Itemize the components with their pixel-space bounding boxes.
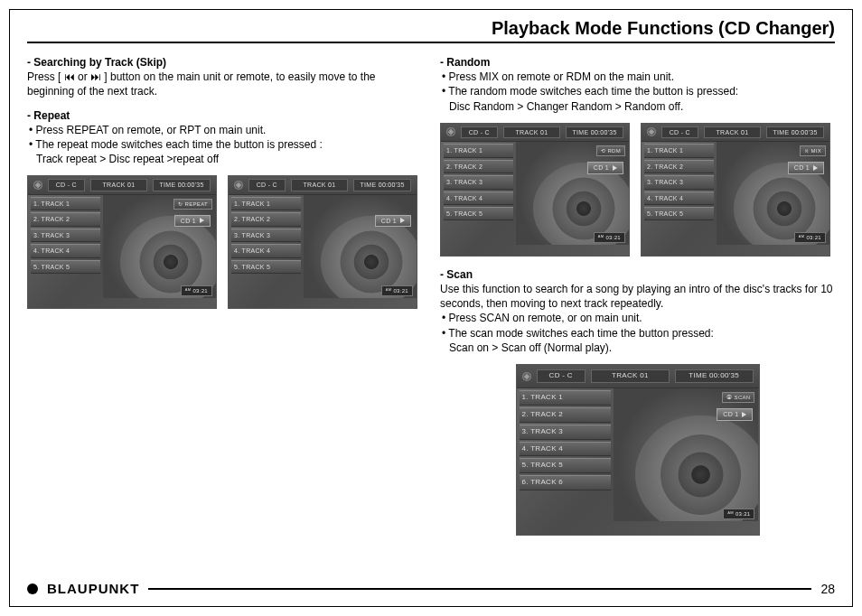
track-row: 5. TRACK 5	[520, 458, 611, 473]
random-screenshots: CD - C TRACK 01 TIME 00:00'35 1. TRACK 1…	[440, 123, 835, 257]
track-list: 1. TRACK 1 2. TRACK 2 3. TRACK 3 4. TRAC…	[441, 142, 516, 245]
track-row: 3. TRACK 3	[31, 229, 100, 242]
play-icon	[742, 412, 746, 417]
track-panel: TRACK 01	[90, 179, 148, 191]
track-row: 2. TRACK 2	[644, 160, 714, 173]
track-row: 5. TRACK 5	[231, 260, 301, 274]
scan-bullets: Press SCAN on remote, or on main unit. T…	[442, 311, 835, 340]
play-icon	[613, 165, 617, 171]
track-row: 4. TRACK 4	[644, 191, 714, 205]
repeat-b1: Press REPEAT on remote, or RPT on main u…	[29, 123, 422, 137]
album-art: CD 1 AM03:21	[304, 195, 417, 298]
album-art: ⤭ MIX CD 1 AM03:21	[717, 142, 829, 245]
left-column: - Searching by Track (Skip) Press [ ⏮ or…	[27, 50, 422, 536]
track-row: 1. TRACK 1	[231, 197, 301, 210]
play-icon	[813, 165, 818, 171]
track-row: 6. TRACK 6	[520, 475, 611, 490]
random-b1: Press MIX on remote or RDM on the main u…	[442, 70, 835, 84]
track-row: 5. TRACK 5	[31, 260, 100, 274]
cd-badge: CD 1	[587, 162, 623, 173]
track-row: 2. TRACK 2	[520, 407, 611, 423]
scan-intro: Use this function to search for a song b…	[440, 282, 835, 311]
random-heading: - Random	[440, 55, 835, 70]
skip-heading: - Searching by Track (Skip)	[27, 55, 422, 70]
track-row: 3. TRACK 3	[444, 175, 513, 189]
screenshot-repeat-2: CD - C TRACK 01 TIME 00:00'35 1. TRACK 1…	[228, 175, 417, 309]
repeat-heading: - Repeat	[27, 108, 422, 123]
disc-icon	[234, 181, 243, 190]
track-row: 2. TRACK 2	[444, 160, 513, 173]
track-row: 2. TRACK 2	[31, 212, 100, 226]
page-number: 28	[820, 582, 835, 596]
repeat-sequence: Track repeat > Disc repeat >repeat off	[36, 152, 422, 166]
screenshot-random-1: CD - C TRACK 01 TIME 00:00'35 1. TRACK 1…	[440, 123, 630, 257]
clock: AM03:21	[181, 285, 212, 296]
disc-icon	[522, 372, 531, 381]
scan-sequence: Scan on > Scan off (Normal play).	[449, 341, 835, 355]
scan-heading: - Scan	[440, 267, 835, 282]
track-row: 3. TRACK 3	[644, 175, 714, 189]
mix-badge: ⤭ MIX	[800, 145, 826, 156]
track-list: 1. TRACK 1 2. TRACK 2 3. TRACK 3 4. TRAC…	[642, 142, 717, 245]
disc-icon	[647, 127, 656, 136]
scan-badge: ⦿ SCAN	[722, 392, 754, 403]
cd-badge: CD 1	[174, 215, 211, 227]
brand-name: BLAUPUNKT	[47, 581, 139, 596]
clock: AM03:21	[723, 509, 754, 519]
right-column: - Random Press MIX on remote or RDM on t…	[440, 50, 835, 536]
random-b2: The random mode switches each time the b…	[442, 84, 835, 98]
track-row: 3. TRACK 3	[231, 229, 301, 242]
repeat-badge: ↻ REPEAT	[173, 199, 212, 210]
cd-badge: CD 1	[788, 162, 824, 173]
source-panel: CD - C	[248, 179, 286, 191]
repeat-b2: The repeat mode switches each time the b…	[29, 137, 422, 152]
time-panel: TIME 00:00'35	[353, 179, 411, 191]
track-list: 1. TRACK 1 2. TRACK 2 3. TRACK 3 4. TRAC…	[28, 195, 103, 298]
track-panel: TRACK 01	[291, 179, 349, 191]
track-list: 1. TRACK 1 2. TRACK 2 3. TRACK 3 4. TRAC…	[517, 388, 614, 521]
track-row: 1. TRACK 1	[31, 197, 100, 210]
track-row: 5. TRACK 5	[644, 207, 714, 220]
scan-screenshot-row: CD - C TRACK 01 TIME 00:00'35 1. TRACK 1…	[440, 364, 835, 536]
track-row: 4. TRACK 4	[231, 244, 301, 257]
rdm-badge: ⟲ RDM	[596, 145, 625, 156]
track-row: 3. TRACK 3	[520, 425, 611, 440]
track-row: 2. TRACK 2	[231, 212, 301, 226]
skip-text: Press [ ⏮ or ⏭ ] button on the main unit…	[27, 70, 422, 98]
track-row: 4. TRACK 4	[444, 191, 513, 205]
track-row: 4. TRACK 4	[520, 442, 611, 457]
screenshot-random-2: CD - C TRACK 01 TIME 00:00'35 1. TRACK 1…	[641, 123, 830, 257]
screenshot-repeat: CD - C TRACK 01 TIME 00:00'35 1. TRACK 1…	[27, 175, 217, 309]
scan-b2: The scan mode switches each time the but…	[442, 326, 835, 341]
random-sequence: Disc Random > Changer Random > Random of…	[449, 99, 835, 114]
disc-icon	[33, 181, 42, 190]
repeat-screenshots: CD - C TRACK 01 TIME 00:00'35 1. TRACK 1…	[27, 175, 422, 309]
source-panel: CD - C	[48, 179, 85, 191]
track-row: 1. TRACK 1	[644, 144, 714, 157]
album-art: ⦿ SCAN CD 1 AM03:21	[614, 388, 759, 521]
play-icon	[200, 218, 204, 223]
screenshot-scan: CD - C TRACK 01 TIME 00:00'35 1. TRACK 1…	[516, 364, 760, 536]
clock: AM03:21	[381, 285, 413, 296]
track-row: 1. TRACK 1	[444, 144, 513, 157]
scan-b1: Press SCAN on remote, or on main unit.	[442, 311, 835, 325]
random-bullets: Press MIX on remote or RDM on the main u…	[442, 70, 835, 98]
page-title: Playback Mode Functions (CD Changer)	[492, 18, 835, 39]
cd-badge: CD 1	[717, 408, 753, 420]
album-art: ↻ REPEAT CD 1 AM03:21	[103, 195, 216, 298]
time-panel: TIME 00:00'35	[153, 179, 211, 191]
track-row: 5. TRACK 5	[444, 207, 513, 220]
disc-icon	[446, 127, 455, 136]
repeat-bullets: Press REPEAT on remote, or RPT on main u…	[29, 123, 422, 152]
clock: AM03:21	[594, 232, 625, 243]
page-footer: BLAUPUNKT 28	[27, 581, 835, 596]
cd-badge: CD 1	[375, 215, 411, 227]
track-list: 1. TRACK 1 2. TRACK 2 3. TRACK 3 4. TRAC…	[229, 195, 304, 298]
title-rule	[27, 42, 835, 43]
clock: AM03:21	[794, 232, 826, 243]
album-art: ⟲ RDM CD 1 AM03:21	[516, 142, 629, 245]
content-columns: - Searching by Track (Skip) Press [ ⏮ or…	[27, 50, 835, 536]
footer-rule	[148, 588, 811, 590]
brand-dot-icon	[27, 583, 38, 594]
track-row: 1. TRACK 1	[520, 390, 611, 406]
